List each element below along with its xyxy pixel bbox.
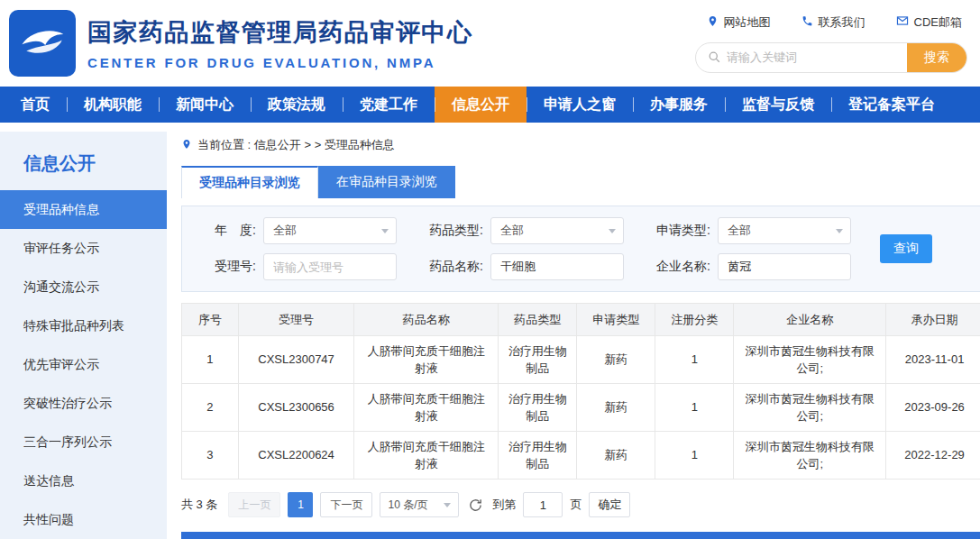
mailbox-link[interactable]: CDE邮箱 [896, 14, 962, 31]
search-bar: 搜索 [695, 42, 967, 73]
sidebar-item-priority-review[interactable]: 优先审评公示 [0, 345, 167, 384]
table-cell: CXSL2300656 [238, 384, 353, 432]
chevron-down-icon [836, 229, 843, 233]
sitemap-link[interactable]: 网站地图 [707, 14, 771, 31]
contact-label: 联系我们 [819, 14, 866, 31]
search-icon [696, 50, 727, 64]
refresh-icon[interactable] [468, 498, 483, 513]
nav-item-services[interactable]: 办事服务 [633, 87, 725, 123]
apply-type-select-value: 全部 [728, 223, 751, 239]
accept-no-filter-group: 受理号: [193, 253, 397, 280]
confirm-button[interactable]: 确定 [589, 492, 630, 517]
table-cell: 2023-11-01 [886, 336, 980, 384]
chevron-down-icon [444, 503, 451, 507]
filter-panel: 年 度: 全部 药品类型: 全部 [181, 206, 980, 292]
drug-name-input[interactable] [490, 253, 624, 280]
main-panel: 当前位置 : 信息公开 > > 受理品种信息 受理品种目录浏览 在审品种目录浏览… [167, 132, 980, 539]
goto-page-input[interactable] [523, 492, 563, 517]
table-cell: 人脐带间充质干细胞注射液 [354, 432, 499, 480]
nav-item-registration[interactable]: 登记备案平台 [831, 87, 952, 123]
page-size-value: 10 条/页 [388, 498, 427, 513]
year-select[interactable]: 全部 [263, 217, 397, 244]
apply-type-label: 申请类型: [647, 223, 710, 239]
content: 信息公开 受理品种信息 审评任务公示 沟通交流公示 特殊审批品种列表 优先审评公… [0, 123, 980, 539]
table-cell: 深圳市茵冠生物科技有限公司; [734, 432, 886, 480]
sidebar: 信息公开 受理品种信息 审评任务公示 沟通交流公示 特殊审批品种列表 优先审评公… [0, 132, 167, 539]
table-cell: 1 [182, 336, 239, 384]
nav-item-party[interactable]: 党建工作 [343, 87, 435, 123]
nav-item-applicant[interactable]: 申请人之窗 [527, 87, 633, 123]
nav-item-info-disclosure[interactable]: 信息公开 [435, 87, 527, 123]
sidebar-item-communication[interactable]: 沟通交流公示 [0, 268, 167, 306]
nav-item-home[interactable]: 首页 [4, 87, 67, 123]
company-input[interactable] [718, 253, 851, 280]
page-size-select[interactable]: 10 条/页 [380, 492, 459, 517]
column-header-index: 序号 [182, 304, 239, 336]
search-input[interactable] [727, 50, 907, 64]
table-cell: CXSL2200624 [238, 432, 353, 480]
header-right: 网站地图 联系我们 CDE邮箱 [695, 14, 967, 73]
sidebar-item-common-issues[interactable]: 共性问题 [0, 500, 167, 539]
sidebar-item-special-approval[interactable]: 特殊审批品种列表 [0, 306, 167, 345]
table-row: 1 CXSL2300747 人脐带间充质干细胞注射液 治疗用生物制品 新药 1 … [182, 336, 980, 384]
mailbox-label: CDE邮箱 [914, 14, 962, 31]
site-logo[interactable] [9, 10, 76, 77]
prev-page-button[interactable]: 上一页 [228, 492, 280, 517]
drug-type-label: 药品类型: [420, 223, 483, 239]
nav-item-news[interactable]: 新闻中心 [159, 87, 251, 123]
page: 国家药品监督管理局药品审评中心 CENTER FOR DRUG EVALUATI… [0, 0, 980, 539]
year-filter-group: 年 度: 全部 [193, 217, 397, 244]
table-cell: 1 [655, 384, 734, 432]
drug-type-select[interactable]: 全部 [490, 217, 624, 244]
sidebar-item-three-in-one[interactable]: 三合一序列公示 [0, 423, 167, 461]
column-header-date: 承办日期 [886, 304, 980, 336]
column-header-apply-type: 申请类型 [577, 304, 655, 336]
site-title: 国家药品监督管理局药品审评中心 [87, 16, 473, 49]
tab-accepted-catalog[interactable]: 受理品种目录浏览 [181, 166, 318, 198]
sidebar-item-review-tasks[interactable]: 审评任务公示 [0, 229, 167, 268]
table-cell: 治疗用生物制品 [499, 336, 577, 384]
year-label: 年 度: [193, 223, 256, 239]
sidebar-item-delivery-info[interactable]: 送达信息 [0, 461, 167, 500]
sidebar-title: 信息公开 [0, 132, 167, 190]
table-cell: CXSL2300747 [238, 336, 353, 384]
title-block: 国家药品监督管理局药品审评中心 CENTER FOR DRUG EVALUATI… [87, 16, 473, 70]
goto-suffix: 页 [570, 497, 582, 513]
chevron-down-icon [609, 229, 616, 233]
table-cell: 深圳市茵冠生物科技有限公司; [734, 384, 886, 432]
filter-row-1: 年 度: 全部 药品类型: 全部 [193, 217, 875, 244]
phone-icon [801, 15, 813, 30]
nav-item-functions[interactable]: 机构职能 [67, 87, 159, 123]
page-number-button[interactable]: 1 [288, 492, 313, 517]
sidebar-item-breakthrough[interactable]: 突破性治疗公示 [0, 384, 167, 423]
table-cell: 新药 [577, 384, 655, 432]
nav-item-policies[interactable]: 政策法规 [251, 87, 343, 123]
cde-eagle-icon [16, 15, 69, 71]
query-button[interactable]: 查询 [880, 234, 932, 263]
quick-links: 网站地图 联系我们 CDE邮箱 [707, 14, 967, 31]
apply-type-select[interactable]: 全部 [718, 217, 851, 244]
next-page-button[interactable]: 下一页 [320, 492, 372, 517]
tab-under-review-catalog[interactable]: 在审品种目录浏览 [318, 166, 455, 198]
column-header-reg-class: 注册分类 [655, 304, 734, 336]
table-cell: 治疗用生物制品 [499, 432, 577, 480]
column-header-company: 企业名称 [734, 304, 886, 336]
table-cell: 治疗用生物制品 [499, 384, 577, 432]
nav-item-supervision[interactable]: 监督与反馈 [725, 87, 831, 123]
table-cell: 人脐带间充质干细胞注射液 [354, 384, 499, 432]
year-select-value: 全部 [273, 223, 297, 239]
sidebar-item-accepted-varieties[interactable]: 受理品种信息 [0, 190, 167, 229]
footer-strip [181, 532, 980, 539]
breadcrumb-pin-icon [181, 139, 192, 152]
company-filter-group: 企业名称: [647, 253, 851, 280]
pagination: 共 3 条 上一页 1 下一页 10 条/页 到第 页 确定 [181, 492, 980, 517]
table-cell: 2022-12-29 [886, 432, 980, 480]
accept-no-input[interactable] [263, 253, 397, 280]
search-button[interactable]: 搜索 [907, 42, 966, 73]
chevron-down-icon [381, 229, 389, 233]
contact-link[interactable]: 联系我们 [801, 14, 866, 31]
filter-row-2: 受理号: 药品名称: 企业名称: [193, 253, 875, 280]
drug-name-filter-group: 药品名称: [420, 253, 624, 280]
map-pin-icon [707, 15, 719, 30]
mail-icon [896, 14, 909, 30]
